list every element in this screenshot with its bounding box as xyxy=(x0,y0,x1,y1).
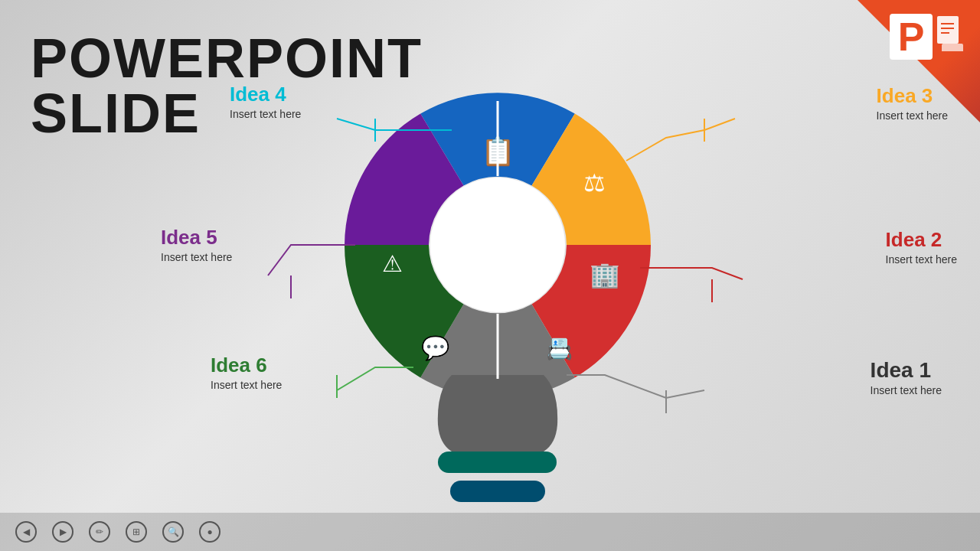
connector-idea5 xyxy=(268,245,355,276)
connector-idea6 xyxy=(337,367,413,390)
title-line2: SLIDE xyxy=(31,86,423,141)
label-idea1: Idea 1 Insert text here xyxy=(871,358,942,396)
idea3-title: Idea 3 xyxy=(877,84,948,108)
idea5-title: Idea 5 xyxy=(161,226,232,249)
nav-prev-button[interactable]: ◀ xyxy=(15,521,37,543)
ppt-letter: P xyxy=(890,14,933,60)
center-circle xyxy=(430,178,565,312)
segment-idea6 xyxy=(345,245,464,377)
bulb-body xyxy=(438,375,557,452)
bulb-bar2 xyxy=(450,481,545,502)
ppt-doc-icon xyxy=(936,16,966,58)
connector-idea3 xyxy=(626,119,735,161)
idea2-title: Idea 2 xyxy=(886,228,957,252)
icon-idea4: 📋 xyxy=(481,135,515,168)
slide-title: POWERPOINT SLIDE xyxy=(31,31,423,141)
idea1-title: Idea 1 xyxy=(871,358,942,383)
idea3-subtext: Insert text here xyxy=(877,109,948,122)
label-idea2: Idea 2 Insert text here xyxy=(886,228,957,266)
icon-idea3: ⚖ xyxy=(583,169,606,197)
nav-zoom-button[interactable]: 🔍 xyxy=(162,521,184,543)
label-idea5: Idea 5 Insert text here xyxy=(161,226,232,263)
idea6-title: Idea 6 xyxy=(211,354,282,377)
idea5-subtext: Insert text here xyxy=(161,251,232,263)
connector-idea2 xyxy=(640,268,743,279)
segment-idea4 xyxy=(420,93,575,185)
icon-idea1: 📇 xyxy=(546,336,573,361)
segment-idea1 xyxy=(420,305,575,399)
connector-idea1 xyxy=(567,375,704,398)
idea4-subtext: Insert text here xyxy=(230,108,301,120)
bulb-base1 xyxy=(450,379,545,396)
icon-idea5: ⚠ xyxy=(382,251,403,276)
label-idea3: Idea 3 Insert text here xyxy=(877,84,948,122)
nav-next-button[interactable]: ▶ xyxy=(52,521,74,543)
icon-idea6: 💬 xyxy=(421,334,450,362)
svg-rect-0 xyxy=(937,16,959,44)
nav-more-button[interactable]: ● xyxy=(199,521,220,543)
idea6-subtext: Insert text here xyxy=(211,379,282,391)
svg-rect-1 xyxy=(942,44,963,51)
nav-grid-button[interactable]: ⊞ xyxy=(126,521,147,543)
idea1-subtext: Insert text here xyxy=(871,384,942,396)
nav-edit-button[interactable]: ✏ xyxy=(89,521,110,543)
icon-idea2: 🏢 xyxy=(590,260,620,289)
bottom-nav-bar: ◀ ▶ ✏ ⊞ 🔍 ● xyxy=(0,513,980,551)
idea2-subtext: Insert text here xyxy=(886,253,957,266)
idea4-title: Idea 4 xyxy=(230,83,301,106)
label-idea4: Idea 4 Insert text here xyxy=(230,83,301,120)
segment-idea2 xyxy=(532,245,652,377)
segment-idea3 xyxy=(532,114,652,245)
bulb-bar1 xyxy=(438,452,557,473)
title-line1: POWERPOINT xyxy=(31,31,423,86)
ppt-logo: P xyxy=(890,14,966,60)
label-idea6: Idea 6 Insert text here xyxy=(211,354,282,391)
